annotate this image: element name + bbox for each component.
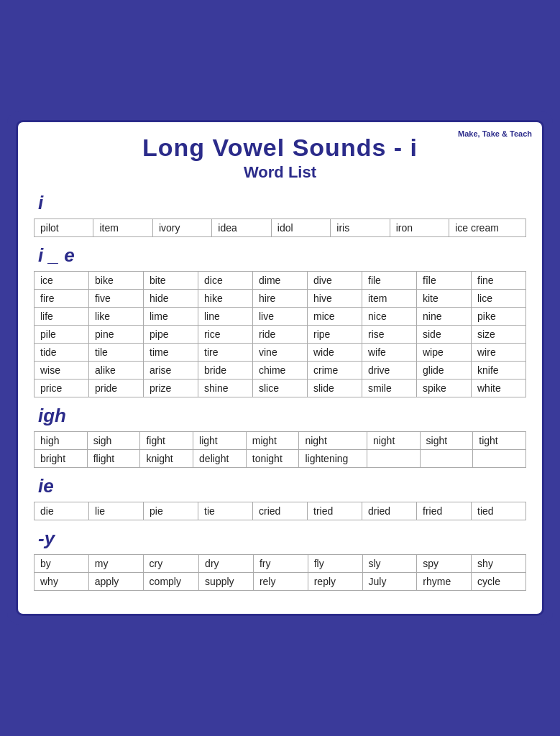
table-cell: cry — [143, 555, 199, 573]
table-cell: dice — [198, 272, 253, 290]
sections-container: ipilotitemivoryideaidolirisironice cream… — [34, 192, 526, 591]
brand-label: Make, Take & Teach — [458, 129, 532, 138]
table-cell: arise — [144, 362, 198, 380]
table-cell: slide — [308, 380, 362, 397]
inner-content: Make, Take & Teach Long Vowel Sounds - i… — [16, 120, 544, 616]
table-cell: night — [299, 432, 367, 450]
table-cell: crime — [308, 362, 362, 380]
table-cell: bride — [198, 362, 253, 380]
table-cell: kite — [417, 290, 472, 308]
table-cell: cycle — [472, 573, 526, 591]
table-cell: dime — [253, 272, 308, 290]
table-row: dieliepietiecriedtrieddriedfriedtied — [35, 502, 526, 520]
table-cell: my — [88, 555, 143, 573]
table-cell: price — [35, 380, 89, 397]
table-cell: July — [362, 573, 417, 591]
table-igh: highsighfightlightmightnightnightsightti… — [34, 431, 526, 468]
table-cell: night — [367, 432, 420, 450]
table-cell: live — [253, 308, 308, 326]
table-cell: iris — [331, 219, 390, 237]
table-cell: idea — [212, 219, 271, 237]
table-cell: delight — [193, 450, 247, 468]
table-cell: pride — [89, 380, 144, 397]
table-cell: wife — [362, 344, 417, 362]
table-cell: sight — [420, 432, 473, 450]
table-row: priceprideprizeshinesliceslidesmilespike… — [35, 380, 526, 397]
section-label-i_e: i _ e — [38, 244, 526, 267]
table-cell: lice — [472, 290, 526, 308]
table-row: tidetiletimetirevinewidewifewipewire — [35, 344, 526, 362]
table-cell: knight — [140, 450, 193, 468]
table-cell: fine — [472, 272, 526, 290]
table-cell: hire — [253, 290, 308, 308]
table-cell: light — [193, 432, 247, 450]
table-cell: ice — [35, 272, 89, 290]
page-subtitle: Word List — [34, 163, 526, 182]
table-cell: dive — [308, 272, 362, 290]
table-cell: hike — [198, 290, 253, 308]
table-ie: dieliepietiecriedtrieddriedfriedtied — [34, 502, 526, 520]
table-cell: tide — [35, 344, 89, 362]
table-cell — [473, 450, 526, 468]
table-cell: tonight — [246, 450, 299, 468]
table-cell: alike — [89, 362, 144, 380]
table-cell: tied — [472, 502, 526, 520]
section-label-igh: igh — [38, 405, 526, 427]
table-cell: knife — [472, 362, 526, 380]
table-cell: why — [35, 573, 89, 591]
table-cell: spike — [417, 380, 472, 397]
table-cell: apply — [88, 573, 143, 591]
table-cell: dried — [362, 502, 417, 520]
table-cell: reply — [308, 573, 362, 591]
table-cell: rise — [362, 326, 417, 344]
table-cell: hide — [144, 290, 198, 308]
table-cell: vine — [253, 344, 308, 362]
table-cell: ripe — [308, 326, 362, 344]
table-cell: item — [93, 219, 152, 237]
table-row: bymycrydryfryflyslyspyshy — [35, 555, 526, 573]
table-cell: shy — [472, 555, 526, 573]
table-cell: dry — [199, 555, 254, 573]
table-cell: tie — [198, 502, 253, 520]
table-cell — [367, 450, 420, 468]
table-cell: lime — [144, 308, 198, 326]
table-cell: high — [35, 432, 88, 450]
table-cell: time — [144, 344, 198, 362]
table-cell: smile — [362, 380, 417, 397]
section-label-i: i — [38, 192, 526, 214]
table-row: icebikebitedicedimedivefilefîlefine — [35, 272, 526, 290]
table-cell: comply — [143, 573, 199, 591]
table-cell: bright — [35, 450, 88, 468]
section-label-ie: ie — [38, 475, 526, 497]
table-cell: lightening — [299, 450, 367, 468]
table-cell: wide — [308, 344, 362, 362]
table-row: firefivehidehikehirehiveitemkitelice — [35, 290, 526, 308]
table-cell: tile — [89, 344, 144, 362]
table-cell: tire — [198, 344, 253, 362]
table-cell: wire — [472, 344, 526, 362]
table-cell: pie — [144, 502, 198, 520]
table-cell: lie — [89, 502, 144, 520]
table-cell: nice — [362, 308, 417, 326]
table-cell: tight — [473, 432, 526, 450]
table-cell: mice — [308, 308, 362, 326]
table-cell: rice — [198, 326, 253, 344]
page-title: Long Vowel Sounds - i — [34, 134, 526, 162]
table-cell: fight — [140, 432, 193, 450]
table-cell: prize — [144, 380, 198, 397]
table-cell: rhyme — [417, 573, 472, 591]
table-row: lifelikelimelinelivemiceniceninepike — [35, 308, 526, 326]
table-i_e: icebikebitedicedimedivefilefîlefinefiref… — [34, 271, 526, 397]
table-cell: slice — [253, 380, 308, 397]
section-label-y: -y — [38, 528, 526, 550]
table-cell: five — [89, 290, 144, 308]
table-cell: bike — [89, 272, 144, 290]
table-cell: wipe — [417, 344, 472, 362]
table-cell: side — [417, 326, 472, 344]
table-cell: like — [89, 308, 144, 326]
table-row: pilepinepipericerideriperisesidesize — [35, 326, 526, 344]
table-cell: pile — [35, 326, 89, 344]
outer-container: Make, Take & Teach Long Vowel Sounds - i… — [7, 111, 553, 625]
table-cell: shine — [198, 380, 253, 397]
table-cell: fly — [308, 555, 362, 573]
